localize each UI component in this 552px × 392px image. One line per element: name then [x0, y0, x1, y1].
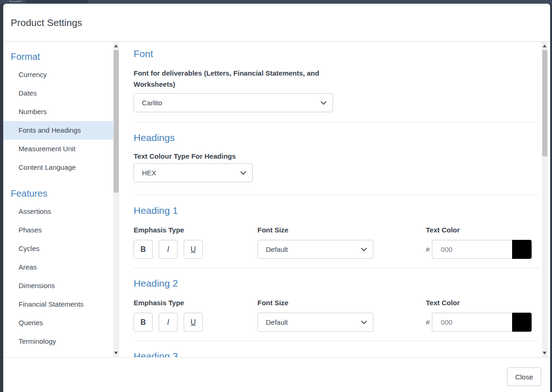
colour-type-select-value: HEX	[142, 169, 156, 177]
scroll-up-icon[interactable]	[543, 45, 546, 47]
heading1-color-input[interactable]	[432, 240, 512, 259]
underline-button[interactable]: U	[184, 240, 203, 259]
chevron-down-icon	[361, 245, 367, 251]
heading1-title: Heading 1	[134, 205, 539, 217]
hash-prefix: #	[426, 318, 430, 326]
page-title: Product Settings	[11, 17, 82, 28]
headings-section-title: Headings	[134, 132, 539, 144]
bold-button[interactable]: B	[134, 313, 153, 332]
sidebar-item-financial-statements[interactable]: Financial Statements	[3, 295, 119, 314]
nav-tab-queries[interactable]: Queries	[282, 0, 313, 4]
underline-button[interactable]: U	[184, 313, 203, 332]
chevron-down-icon	[321, 99, 327, 105]
font-size-label: Font Size	[257, 225, 426, 235]
sidebar-item-currency[interactable]: Currency	[3, 65, 119, 84]
section-divider	[134, 268, 539, 268]
sidebar-item-phases[interactable]: Phases	[3, 221, 119, 239]
heading2-font-size-select[interactable]: Default	[257, 313, 373, 332]
sidebar-item-components[interactable]: Components	[3, 351, 119, 357]
heading2-color-swatch[interactable]	[512, 313, 532, 332]
bold-button[interactable]: B	[134, 240, 153, 259]
nav-tab-trial-balance[interactable]: Trial Balance	[97, 0, 137, 4]
emphasis-type-label: Emphasis Type	[134, 298, 257, 308]
emphasis-type-label: Emphasis Type	[134, 225, 257, 235]
sidebar-scrollbar-thumb[interactable]	[114, 50, 119, 193]
font-size-label: Font Size	[257, 298, 426, 308]
section-divider	[134, 341, 539, 341]
sidebar-section-features: Features	[3, 177, 119, 202]
font-size-select-value: Default	[266, 245, 288, 253]
sidebar-item-content-language[interactable]: Content Language	[3, 158, 119, 177]
sidebar-item-dates[interactable]: Dates	[3, 84, 119, 103]
modal-footer: Close	[3, 357, 550, 392]
heading1-font-size-select[interactable]: Default	[257, 240, 373, 259]
sidebar-item-numbers[interactable]: Numbers	[3, 103, 119, 121]
heading3-title: Heading 3	[134, 350, 539, 357]
settings-sidebar: Format Currency Dates Numbers Fonts and …	[3, 42, 119, 357]
app-logo	[9, 0, 21, 2]
content-scrollbar-thumb[interactable]	[542, 50, 547, 156]
settings-content: Font Font for deliverables (Letters, Fin…	[119, 42, 542, 357]
font-size-select-value: Default	[266, 318, 288, 326]
chevron-down-icon	[361, 318, 367, 324]
italic-button[interactable]: I	[159, 313, 178, 332]
text-color-label: Text Color	[426, 225, 539, 235]
heading1-color-swatch[interactable]	[512, 240, 532, 259]
chevron-down-icon	[240, 169, 246, 175]
nav-tab-risks[interactable]: Risks	[205, 0, 230, 4]
content-scrollbar[interactable]	[542, 42, 548, 357]
font-section-title: Font	[134, 48, 539, 60]
colour-type-select[interactable]: HEX	[134, 163, 253, 182]
sidebar-item-fonts-and-headings[interactable]: Fonts and Headings	[3, 121, 119, 140]
close-button[interactable]: Close	[507, 367, 541, 386]
font-select[interactable]: Carlito	[134, 93, 333, 112]
sidebar-item-assertions[interactable]: Assertions	[3, 202, 119, 221]
scroll-down-icon[interactable]	[543, 352, 546, 354]
nav-tab-documents[interactable]: Documents	[26, 0, 88, 4]
text-color-label: Text Color	[426, 298, 539, 308]
nav-tab-issues[interactable]: Issues	[240, 0, 267, 4]
sidebar-item-cycles[interactable]: Cycles	[3, 239, 119, 258]
nav-tab-adjustments[interactable]: Adjustments	[148, 0, 196, 4]
hash-prefix: #	[426, 245, 430, 253]
section-divider	[134, 122, 539, 122]
scroll-up-icon[interactable]	[114, 45, 118, 47]
heading2-title: Heading 2	[134, 277, 539, 289]
sidebar-scrollbar[interactable]	[113, 42, 119, 357]
italic-button[interactable]: I	[159, 240, 178, 259]
sidebar-item-queries[interactable]: Queries	[3, 314, 119, 332]
sidebar-item-terminology[interactable]: Terminology	[3, 332, 119, 351]
scroll-down-icon[interactable]	[114, 352, 118, 354]
sidebar-item-measurement-unit[interactable]: Measurement Unit	[3, 140, 119, 158]
section-divider	[134, 195, 539, 195]
sidebar-section-format: Format	[3, 46, 119, 65]
modal-header: Product Settings	[3, 4, 550, 42]
product-settings-modal: Product Settings Format Currency Dates N…	[3, 4, 550, 392]
heading2-color-input[interactable]	[432, 313, 512, 332]
sidebar-item-areas[interactable]: Areas	[3, 258, 119, 276]
font-select-value: Carlito	[142, 99, 162, 107]
sidebar-item-dimensions[interactable]: Dimensions	[3, 276, 119, 295]
font-deliverables-label: Font for deliverables (Letters, Financia…	[134, 68, 340, 90]
top-nav-bar: Documents Trial Balance Adjustments Risk…	[0, 0, 552, 4]
colour-type-label: Text Colour Type For Headings	[134, 152, 539, 161]
